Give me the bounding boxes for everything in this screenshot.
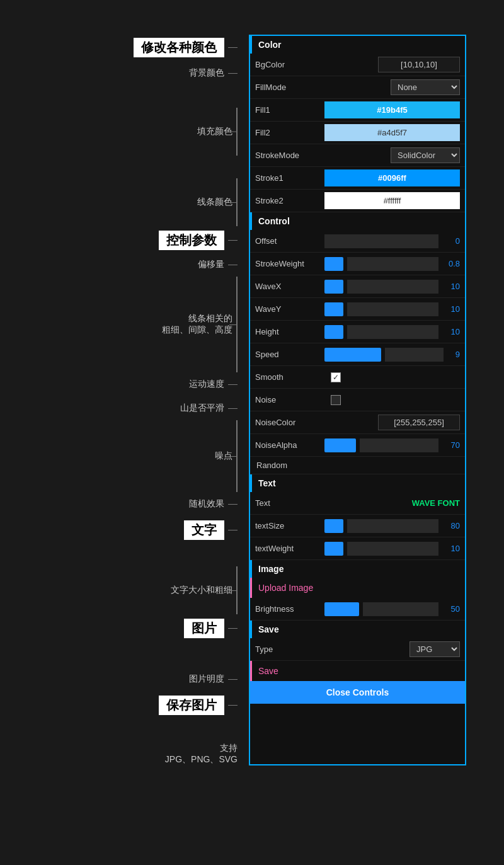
strokeweight-label: StrokeWeight bbox=[255, 259, 324, 268]
type-label: Type bbox=[255, 644, 324, 654]
fillmode-label: FillMode bbox=[255, 83, 324, 92]
height-row: Height 10 bbox=[250, 321, 465, 343]
color-header-label: 修改各种颜色 bbox=[134, 38, 224, 57]
textsize-value: 80 bbox=[442, 521, 460, 530]
wave-params-annotation: 线条相关的 粗细、间隙、高度 bbox=[162, 313, 232, 336]
fill1-value[interactable]: #19b4f5 bbox=[324, 101, 460, 118]
stroke1-value[interactable]: #0096ff bbox=[324, 169, 460, 186]
annotations-panel: 修改各种颜色 背景颜色 填充颜色 线条颜色 bbox=[0, 35, 246, 765]
text-size-annotation: 文字大小和粗细 bbox=[171, 585, 232, 596]
wavey-label: WaveY bbox=[255, 304, 324, 314]
control-header-label: 控制参数 bbox=[159, 231, 224, 250]
speed-label: Speed bbox=[255, 350, 324, 359]
wavex-label: WaveX bbox=[255, 282, 324, 291]
wavex-row: WaveX 10 bbox=[250, 275, 465, 298]
height-value: 10 bbox=[442, 327, 460, 336]
speed-value: 9 bbox=[447, 350, 460, 359]
random-annotation: 随机效果 bbox=[189, 498, 224, 510]
bgcolor-annotation: 背景颜色 bbox=[189, 67, 224, 79]
save-section-header: Save bbox=[250, 621, 465, 638]
speed-row: Speed 9 bbox=[250, 343, 465, 366]
type-select[interactable]: JPG PNG SVG bbox=[410, 641, 460, 657]
offset-label: Offset bbox=[255, 236, 324, 246]
strokemode-select[interactable]: SolidColor Linear bbox=[391, 147, 460, 163]
fill1-label: Fill1 bbox=[255, 105, 324, 115]
text-value[interactable]: WAVE FONT bbox=[412, 498, 460, 508]
brightness-annotation: 图片明度 bbox=[189, 673, 224, 685]
noise-checkbox[interactable] bbox=[331, 395, 341, 405]
random-row[interactable]: Random bbox=[250, 457, 465, 474]
noisealpha-label: NoiseAlpha bbox=[255, 440, 324, 450]
close-controls-button[interactable]: Close Controls bbox=[250, 681, 465, 704]
text-row: Text WAVE FONT bbox=[250, 492, 465, 515]
image-section-header: Image bbox=[250, 560, 465, 578]
stroke2-label: Stroke2 bbox=[255, 196, 324, 205]
smooth-label: Smooth bbox=[255, 372, 324, 382]
fillmode-select[interactable]: None Linear Radial bbox=[391, 79, 460, 95]
textsize-row: textSize 80 bbox=[250, 515, 465, 537]
speed-annotation: 运动速度 bbox=[189, 379, 224, 390]
stroke-annotation: 线条颜色 bbox=[197, 197, 232, 208]
fillmode-row: FillMode None Linear Radial bbox=[250, 76, 465, 99]
stroke1-row: Stroke1 #0096ff bbox=[250, 167, 465, 190]
fill2-value[interactable]: #a4d5f7 bbox=[324, 124, 460, 141]
save-note-annotation: 支持 JPG、PNG、SVG bbox=[165, 743, 238, 765]
textweight-value: 10 bbox=[442, 544, 460, 553]
textweight-row: textWeight 10 bbox=[250, 537, 465, 560]
textweight-label: textWeight bbox=[255, 544, 324, 553]
offset-value: 0 bbox=[442, 236, 460, 246]
stroke2-row: Stroke2 #ffffff bbox=[250, 190, 465, 212]
random-label: Random bbox=[256, 461, 287, 470]
image-header-label: 图片 bbox=[184, 619, 224, 638]
text-section-header: Text bbox=[250, 474, 465, 492]
smooth-annotation: 山是否平滑 bbox=[180, 403, 224, 414]
wavey-row: WaveY 10 bbox=[250, 298, 465, 321]
noisealpha-row: NoiseAlpha 70 bbox=[250, 434, 465, 457]
control-panel: Color BgColor [10,10,10] FillMode None L… bbox=[249, 35, 466, 765]
noise-row: Noise bbox=[250, 389, 465, 411]
save-header-label: 保存图片 bbox=[159, 696, 224, 715]
wavex-value: 10 bbox=[442, 282, 460, 291]
bgcolor-value[interactable]: [10,10,10] bbox=[378, 57, 460, 72]
fill-annotation: 填充颜色 bbox=[197, 126, 232, 137]
text-header-label: 文字 bbox=[184, 520, 224, 540]
smooth-checkbox[interactable]: ✓ bbox=[331, 372, 341, 382]
save-btn[interactable]: Save bbox=[250, 661, 465, 681]
stroke1-label: Stroke1 bbox=[255, 173, 324, 183]
strokeweight-value: 0.8 bbox=[442, 259, 460, 268]
fill2-row: Fill2 #a4d5f7 bbox=[250, 122, 465, 144]
brightness-row: Brightness 50 bbox=[250, 598, 465, 621]
textsize-label: textSize bbox=[255, 521, 324, 530]
noisealpha-value: 70 bbox=[442, 440, 460, 450]
smooth-row: Smooth ✓ bbox=[250, 366, 465, 389]
noisecolor-value[interactable]: [255,255,255] bbox=[378, 415, 460, 430]
color-section-header: Color bbox=[250, 36, 465, 54]
text-label: Text bbox=[255, 498, 324, 508]
bgcolor-label: BgColor bbox=[255, 60, 324, 69]
stroke2-value[interactable]: #ffffff bbox=[324, 192, 460, 209]
type-row: Type JPG PNG SVG bbox=[250, 638, 465, 661]
bgcolor-row: BgColor [10,10,10] bbox=[250, 54, 465, 76]
wavey-value: 10 bbox=[442, 304, 460, 314]
noise-label: Noise bbox=[255, 395, 324, 404]
brightness-value: 50 bbox=[442, 604, 460, 614]
control-section-header: Control bbox=[250, 212, 465, 230]
height-label: Height bbox=[255, 327, 324, 336]
offset-annotation: 偏移量 bbox=[198, 259, 224, 270]
upload-image-btn[interactable]: Upload Image bbox=[250, 578, 465, 598]
noisecolor-row: NoiseColor [255,255,255] bbox=[250, 411, 465, 434]
strokemode-label: StrokeMode bbox=[255, 151, 324, 160]
noisecolor-label: NoiseColor bbox=[255, 418, 324, 427]
offset-row: Offset 0 bbox=[250, 230, 465, 253]
strokemode-row: StrokeMode SolidColor Linear bbox=[250, 144, 465, 167]
fill1-row: Fill1 #19b4f5 bbox=[250, 99, 465, 122]
fill2-label: Fill2 bbox=[255, 128, 324, 137]
brightness-label: Brightness bbox=[255, 604, 324, 614]
strokeweight-row: StrokeWeight 0.8 bbox=[250, 253, 465, 275]
